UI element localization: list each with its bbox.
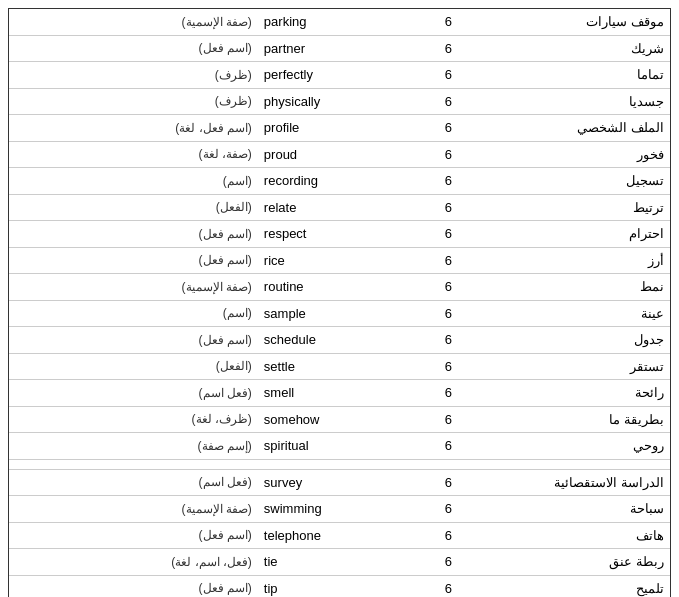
table-row: (الفعل) settle 6 تستقر <box>9 353 670 380</box>
table-row: (اسم فعل) schedule 6 جدول <box>9 327 670 354</box>
pos-cell: (اسم فعل) <box>9 247 258 274</box>
number-cell: 6 <box>429 469 468 496</box>
arabic-cell: تستقر <box>468 353 670 380</box>
number-cell: 6 <box>429 380 468 407</box>
arabic-cell: أرز <box>468 247 670 274</box>
number-cell: 6 <box>429 168 468 195</box>
number-cell: 6 <box>429 247 468 274</box>
table-row: (اسم فعل) partner 6 شريك <box>9 35 670 62</box>
arabic-cell: موقف سيارات <box>468 9 670 35</box>
english-cell: routine <box>258 274 429 301</box>
english-cell: partner <box>258 35 429 62</box>
number-cell: 6 <box>429 88 468 115</box>
pos-cell: (صفة، لغة) <box>9 141 258 168</box>
arabic-cell: تلميح <box>468 575 670 597</box>
english-cell: survey <box>258 469 429 496</box>
table-row: (صفة الإسمية) routine 6 نمط <box>9 274 670 301</box>
number-cell: 6 <box>429 433 468 460</box>
table-row: (فعل، اسم، لغة) tie 6 ربطة عنق <box>9 549 670 576</box>
english-cell: profile <box>258 115 429 142</box>
table-row: (ظرف) perfectly 6 تماما <box>9 62 670 89</box>
pos-cell: (صفة الإسمية) <box>9 496 258 523</box>
table-row: (اسم فعل) rice 6 أرز <box>9 247 670 274</box>
english-cell: perfectly <box>258 62 429 89</box>
english-cell: telephone <box>258 522 429 549</box>
number-cell: 6 <box>429 575 468 597</box>
vocabulary-table: (صفة الإسمية) parking 6 موقف سيارات (اسم… <box>9 9 670 597</box>
table-row: (اسم فعل) tip 6 تلميح <box>9 575 670 597</box>
arabic-cell: نمط <box>468 274 670 301</box>
arabic-cell: احترام <box>468 221 670 248</box>
table-row: (إسم صفة) spiritual 6 روحي <box>9 433 670 460</box>
english-cell: respect <box>258 221 429 248</box>
english-cell: swimming <box>258 496 429 523</box>
english-cell: tip <box>258 575 429 597</box>
table-row: (فعل اسم) survey 6 الدراسة الاستقصائية <box>9 469 670 496</box>
arabic-cell: رائحة <box>468 380 670 407</box>
table-row <box>9 459 670 469</box>
table-row: (اسم فعل) telephone 6 هاتف <box>9 522 670 549</box>
pos-cell: (اسم فعل) <box>9 327 258 354</box>
english-cell: recording <box>258 168 429 195</box>
number-cell: 6 <box>429 522 468 549</box>
pos-cell: (اسم) <box>9 168 258 195</box>
arabic-cell: فخور <box>468 141 670 168</box>
pos-cell: (اسم فعل) <box>9 221 258 248</box>
english-cell: spiritual <box>258 433 429 460</box>
arabic-cell: الملف الشخصي <box>468 115 670 142</box>
arabic-cell: تسجيل <box>468 168 670 195</box>
pos-cell: (صفة الإسمية) <box>9 9 258 35</box>
pos-cell: (اسم فعل) <box>9 522 258 549</box>
pos-cell: (اسم فعل) <box>9 35 258 62</box>
english-cell: smell <box>258 380 429 407</box>
english-cell: relate <box>258 194 429 221</box>
arabic-cell: هاتف <box>468 522 670 549</box>
pos-cell: (الفعل) <box>9 353 258 380</box>
table-row: (صفة الإسمية) parking 6 موقف سيارات <box>9 9 670 35</box>
table-row: (صفة الإسمية) swimming 6 سباحة <box>9 496 670 523</box>
arabic-cell: جدول <box>468 327 670 354</box>
number-cell: 6 <box>429 9 468 35</box>
arabic-cell: شريك <box>468 35 670 62</box>
number-cell: 6 <box>429 274 468 301</box>
pos-cell: (ظرف، لغة) <box>9 406 258 433</box>
arabic-cell: ربطة عنق <box>468 549 670 576</box>
number-cell: 6 <box>429 300 468 327</box>
vocabulary-table-container: (صفة الإسمية) parking 6 موقف سيارات (اسم… <box>8 8 671 597</box>
table-row: (الفعل) relate 6 ترتيط <box>9 194 670 221</box>
arabic-cell: روحي <box>468 433 670 460</box>
number-cell: 6 <box>429 549 468 576</box>
pos-cell: (اسم) <box>9 300 258 327</box>
english-cell: settle <box>258 353 429 380</box>
number-cell: 6 <box>429 496 468 523</box>
english-cell: proud <box>258 141 429 168</box>
arabic-cell: جسديا <box>468 88 670 115</box>
pos-cell: (ظرف) <box>9 62 258 89</box>
table-row: (اسم) sample 6 عينة <box>9 300 670 327</box>
number-cell: 6 <box>429 115 468 142</box>
arabic-cell: بطريقة ما <box>468 406 670 433</box>
english-cell: physically <box>258 88 429 115</box>
table-row: (صفة، لغة) proud 6 فخور <box>9 141 670 168</box>
number-cell: 6 <box>429 406 468 433</box>
table-row: (ظرف، لغة) somehow 6 بطريقة ما <box>9 406 670 433</box>
pos-cell: (فعل اسم) <box>9 380 258 407</box>
number-cell: 6 <box>429 35 468 62</box>
table-row: (فعل اسم) smell 6 رائحة <box>9 380 670 407</box>
number-cell: 6 <box>429 62 468 89</box>
number-cell: 6 <box>429 194 468 221</box>
pos-cell: (الفعل) <box>9 194 258 221</box>
arabic-cell: الدراسة الاستقصائية <box>468 469 670 496</box>
number-cell: 6 <box>429 221 468 248</box>
english-cell: sample <box>258 300 429 327</box>
pos-cell: (ظرف) <box>9 88 258 115</box>
table-row: (اسم) recording 6 تسجيل <box>9 168 670 195</box>
english-cell: somehow <box>258 406 429 433</box>
table-row: (اسم فعل) respect 6 احترام <box>9 221 670 248</box>
table-row: (اسم فعل، لغة) profile 6 الملف الشخصي <box>9 115 670 142</box>
pos-cell: (اسم فعل) <box>9 575 258 597</box>
number-cell: 6 <box>429 141 468 168</box>
pos-cell: (فعل، اسم، لغة) <box>9 549 258 576</box>
arabic-cell: عينة <box>468 300 670 327</box>
pos-cell: (اسم فعل، لغة) <box>9 115 258 142</box>
